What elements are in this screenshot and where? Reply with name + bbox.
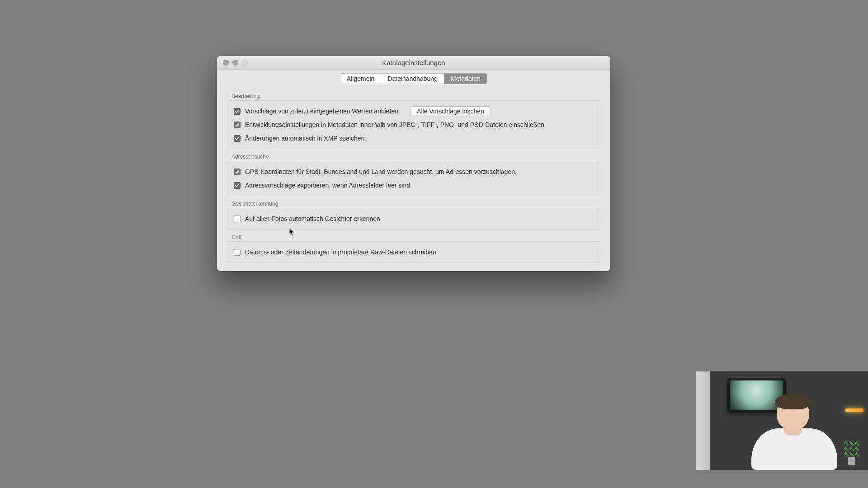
auto-write-xmp-checkbox[interactable] [234, 135, 241, 142]
address-heading: Adressensuche [231, 154, 600, 160]
face-group: Auf allen Fotos automatisch Gesichter er… [227, 208, 600, 230]
include-dev-settings-label: Entwicklungseinstellungen in Metadaten i… [245, 121, 544, 128]
pip-plant [844, 440, 860, 465]
face-heading: Gesichtserkennung [231, 201, 600, 207]
editing-group: Vorschläge von zuletzt eingegebenen Wert… [227, 100, 600, 149]
tab-metadata[interactable]: Metadaten [444, 74, 487, 84]
offer-suggestions-row: Vorschläge von zuletzt eingegebenen Wert… [234, 105, 594, 117]
tabs-row: Allgemein Dateihandhabung Metadaten [217, 70, 610, 89]
include-dev-settings-checkbox[interactable] [234, 122, 241, 128]
offer-suggestions-checkbox[interactable] [234, 108, 241, 115]
auto-write-xmp-row: Änderungen automatisch in XMP speichern [234, 132, 594, 145]
pip-presenter [747, 393, 842, 470]
window-title: Katalogeinstellungen [217, 59, 610, 66]
catalog-settings-window: Katalogeinstellungen Allgemein Dateihand… [217, 56, 610, 271]
write-date-changes-checkbox[interactable] [234, 249, 241, 256]
settings-tabs: Allgemein Dateihandhabung Metadaten [340, 73, 487, 84]
content-area: Bearbeitung Vorschläge von zuletzt einge… [217, 93, 610, 271]
zoom-window-button[interactable] [242, 60, 248, 66]
pip-monitor-edge [696, 371, 710, 470]
pip-led-strip [845, 408, 863, 412]
close-window-button[interactable] [223, 60, 229, 66]
offer-suggestions-label: Vorschläge von zuletzt eingegebenen Wert… [245, 108, 398, 115]
auto-write-xmp-label: Änderungen automatisch in XMP speichern [245, 135, 367, 142]
export-address-checkbox[interactable] [234, 182, 241, 189]
minimize-window-button[interactable] [232, 60, 238, 66]
tab-general[interactable]: Allgemein [340, 74, 381, 84]
webcam-pip [696, 371, 868, 470]
export-address-label: Adressvorschläge exportieren, wenn Adres… [245, 182, 410, 189]
lookup-gps-checkbox[interactable] [234, 169, 241, 175]
exif-heading: EXIF [231, 234, 600, 240]
auto-detect-faces-checkbox[interactable] [234, 216, 241, 222]
clear-all-suggestions-button[interactable]: Alle Vorschläge löschen [410, 106, 491, 116]
titlebar: Katalogeinstellungen [217, 56, 610, 70]
tab-file-handling[interactable]: Dateihandhabung [381, 74, 444, 84]
lookup-gps-label: GPS-Koordinaten für Stadt, Bundesland un… [245, 168, 517, 175]
include-dev-settings-row: Entwicklungseinstellungen in Metadaten i… [234, 118, 594, 131]
auto-detect-faces-label: Auf allen Fotos automatisch Gesichter er… [245, 215, 380, 222]
exif-group: Datums- oder Zeitänderungen in proprietä… [227, 241, 600, 263]
lookup-gps-row: GPS-Koordinaten für Stadt, Bundesland un… [234, 165, 594, 178]
auto-detect-faces-row: Auf allen Fotos automatisch Gesichter er… [234, 212, 594, 225]
window-controls [217, 60, 248, 66]
write-date-changes-row: Datums- oder Zeitänderungen in proprietä… [234, 246, 594, 258]
address-group: GPS-Koordinaten für Stadt, Bundesland un… [227, 161, 600, 196]
write-date-changes-label: Datums- oder Zeitänderungen in proprietä… [245, 249, 436, 256]
export-address-row: Adressvorschläge exportieren, wenn Adres… [234, 179, 594, 192]
editing-heading: Bearbeitung [231, 93, 600, 99]
